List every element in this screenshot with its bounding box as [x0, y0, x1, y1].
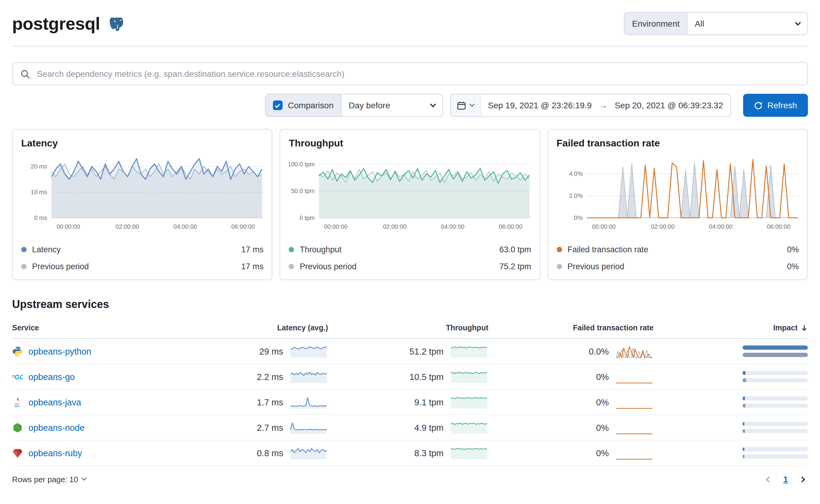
service-link[interactable]: opbeans-go	[28, 372, 75, 381]
latency-value: 2.7 ms	[257, 423, 283, 432]
impact-bar	[743, 371, 808, 382]
legend-item: Latency 17 ms	[21, 241, 264, 258]
svg-text:00:00:00: 00:00:00	[324, 223, 348, 230]
latency-card: Latency 20 ms10 ms0 ms00:00:0002:00:0004…	[12, 129, 273, 280]
svg-text:06:00:00: 06:00:00	[767, 223, 790, 230]
service-link[interactable]: opbeans-java	[28, 397, 81, 407]
svg-text:20 ms: 20 ms	[31, 163, 47, 170]
service-link[interactable]: opbeans-python	[28, 346, 91, 356]
previous-page-button[interactable]	[766, 476, 772, 482]
latency-sparkline	[289, 446, 328, 460]
rows-per-page-button[interactable]: Rows per page: 10	[12, 475, 86, 484]
svg-text:GO: GO	[15, 373, 23, 381]
legend-dot	[289, 263, 294, 269]
sort-descending-icon	[801, 324, 808, 331]
table-row: opbeans-node 2.7 ms 4.9 tpm 0%	[12, 415, 808, 440]
metric-cards: Latency 20 ms10 ms0 ms00:00:0002:00:0004…	[12, 129, 808, 280]
legend-value: 63.0 tpm	[499, 245, 531, 254]
legend-label: Previous period	[32, 262, 89, 271]
legend-label: Previous period	[567, 262, 624, 271]
legend: Latency 17 ms Previous period 17 ms	[21, 241, 264, 275]
comparison-option: Day before	[349, 100, 390, 110]
column-header-failed-rate[interactable]: Failed transaction rate	[488, 323, 654, 332]
svg-text:0 tpm: 0 tpm	[300, 214, 315, 221]
svg-text:04:00:00: 04:00:00	[173, 223, 197, 230]
throughput-sparkline	[450, 344, 488, 358]
next-page-button[interactable]	[799, 476, 805, 482]
legend-value: 0%	[787, 245, 799, 254]
table-row: opbeans-python 29 ms 51.2 tpm 0.0%	[12, 339, 808, 364]
legend-value: 17 ms	[241, 245, 264, 254]
refresh-button[interactable]: Refresh	[743, 94, 808, 117]
impact-bar	[743, 396, 808, 408]
svg-text:00:00:00: 00:00:00	[57, 223, 80, 230]
svg-text:04:00:00: 04:00:00	[441, 223, 465, 230]
svg-text:04:00:00: 04:00:00	[709, 223, 732, 230]
page-title: postgresql	[12, 14, 100, 34]
latency-sparkline	[289, 395, 328, 409]
latency-sparkline	[289, 369, 328, 384]
environment-control: Environment All	[624, 12, 808, 35]
failed-rate-sparkline	[615, 344, 654, 358]
card-title: Throughput	[289, 138, 531, 149]
header-divider	[12, 46, 808, 47]
postgresql-icon	[109, 15, 125, 32]
upstream-services-table: Service Latency (avg.) Throughput Failed…	[12, 317, 808, 466]
date-start[interactable]: Sep 19, 2021 @ 23:26:19.9	[481, 100, 599, 110]
legend-item: Throughput 63.0 tpm	[289, 241, 531, 258]
legend-label: Previous period	[300, 262, 357, 271]
column-header-impact[interactable]: Impact	[654, 323, 808, 332]
comparison-label: Comparison	[288, 100, 334, 110]
failed-rate-card: Failed transaction rate 4.0%2.0%0%00:00:…	[547, 129, 808, 280]
impact-bar	[743, 422, 808, 433]
failed-rate-sparkline	[615, 395, 654, 409]
environment-label: Environment	[625, 13, 687, 34]
svg-text:02:00:00: 02:00:00	[116, 223, 139, 230]
table-header: Service Latency (avg.) Throughput Failed…	[12, 317, 808, 339]
table-footer: Rows per page: 10 1	[12, 474, 808, 484]
card-title: Latency	[21, 138, 264, 149]
quick-select-button[interactable]	[451, 94, 481, 116]
column-header-throughput[interactable]: Throughput	[328, 323, 488, 332]
impact-header-label: Impact	[773, 323, 798, 332]
card-title: Failed transaction rate	[556, 138, 799, 149]
legend-label: Failed transaction rate	[567, 245, 648, 254]
svg-text:0%: 0%	[574, 214, 582, 221]
comparison-toggle[interactable]: Comparison	[266, 94, 341, 116]
throughput-value: 51.2 tpm	[409, 346, 444, 356]
legend-label: Latency	[32, 245, 61, 254]
service-link[interactable]: opbeans-node	[28, 423, 84, 432]
go-icon: GO	[12, 371, 23, 382]
failed-rate-value: 0%	[596, 397, 609, 407]
failed-rate-sparkline	[615, 369, 654, 384]
apm-dependency-page: postgresql Environment All	[0, 0, 820, 504]
latency-chart: 20 ms10 ms0 ms00:00:0002:00:0004:00:0006…	[21, 151, 264, 241]
svg-text:00:00:00: 00:00:00	[592, 223, 615, 230]
nodejs-icon	[12, 422, 23, 433]
search-input[interactable]	[12, 62, 808, 85]
check-icon	[274, 102, 281, 109]
service-link[interactable]: opbeans-ruby	[28, 448, 82, 458]
comparison-checkbox[interactable]	[273, 100, 283, 110]
svg-text:4.0%: 4.0%	[569, 170, 583, 177]
svg-text:02:00:00: 02:00:00	[383, 223, 407, 230]
legend-dot	[289, 247, 294, 252]
throughput-chart: 100.0 tpm50.0 tpm0 tpm00:00:0002:00:0004…	[289, 151, 532, 241]
comparison-select[interactable]: Day before	[341, 94, 443, 116]
throughput-sparkline	[450, 446, 488, 460]
column-header-latency[interactable]: Latency (avg.)	[194, 323, 328, 332]
search-bar	[12, 62, 808, 85]
environment-value: All	[695, 19, 704, 28]
chevron-down-icon	[430, 101, 436, 107]
page-number[interactable]: 1	[783, 474, 788, 484]
date-end[interactable]: Sep 20, 2021 @ 06:39:23.32	[607, 100, 730, 110]
svg-text:10 ms: 10 ms	[31, 189, 47, 195]
latency-sparkline	[289, 344, 328, 358]
environment-select[interactable]: All	[687, 13, 807, 34]
calendar-icon	[457, 101, 466, 110]
latency-value: 29 ms	[259, 346, 283, 356]
throughput-value: 9.1 tpm	[414, 397, 444, 407]
column-header-service[interactable]: Service	[12, 323, 194, 332]
legend: Throughput 63.0 tpm Previous period 75.2…	[289, 241, 531, 275]
throughput-sparkline	[450, 395, 488, 409]
